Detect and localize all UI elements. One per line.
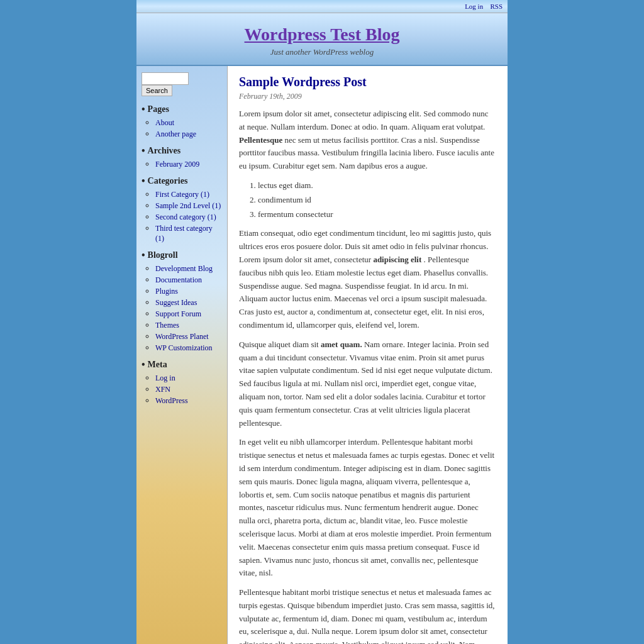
header-bar: Log in RSS bbox=[136, 0, 508, 13]
meta-wordpress-link[interactable]: WordPress bbox=[155, 396, 188, 405]
post-paragraph-3: Quisque aliquet diam sit amet quam. Nam … bbox=[239, 338, 496, 430]
list-item: Second category (1) bbox=[155, 212, 222, 222]
post-bold-3: amet quam. bbox=[321, 340, 362, 349]
blogroll-plugins-link[interactable]: Plugins bbox=[155, 287, 178, 296]
list-item: Plugins bbox=[155, 286, 222, 296]
blogroll-list: Development Blog Documentation Plugins S… bbox=[142, 264, 222, 353]
list-item: Third test category (1) bbox=[155, 223, 222, 243]
list-item: fermentum consectetur bbox=[258, 208, 496, 221]
post-date: February 19th, 2009 bbox=[239, 92, 496, 101]
list-item: WP Customization bbox=[155, 343, 222, 353]
post-paragraph-4: In eget velit eu nibh ullamcorper interd… bbox=[239, 436, 496, 580]
site-header: Wordpress Test Blog Just another WordPre… bbox=[136, 13, 508, 66]
search-button[interactable]: Search bbox=[142, 85, 172, 96]
post-text-1: Lorem ipsum dolor sit amet, consectetur … bbox=[239, 109, 488, 131]
login-link[interactable]: Log in bbox=[465, 3, 483, 10]
post-paragraph-2: Etiam consequat, odio eget condimentum t… bbox=[239, 227, 496, 331]
post-text-2-cont: . Pellentesque faucibus nibh quis leo. E… bbox=[239, 255, 488, 330]
content-area: Sample Wordpress Post February 19th, 200… bbox=[228, 66, 508, 644]
archive-feb-link[interactable]: February 2009 bbox=[155, 160, 199, 169]
page-another-link[interactable]: Another page bbox=[155, 130, 196, 138]
archives-list: February 2009 bbox=[142, 159, 222, 169]
list-item: Themes bbox=[155, 320, 222, 330]
cat-first-link[interactable]: First Category (1) bbox=[155, 190, 209, 199]
blogroll-wp-planet-link[interactable]: WordPress Planet bbox=[155, 332, 209, 341]
list-item: lectus eget diam. bbox=[258, 179, 496, 192]
post-body: Lorem ipsum dolor sit amet, consectetur … bbox=[239, 108, 496, 644]
list-item: Development Blog bbox=[155, 264, 222, 274]
blogroll-docs-link[interactable]: Documentation bbox=[155, 275, 202, 284]
list-item: Log in bbox=[155, 373, 222, 383]
meta-xfn-link[interactable]: XFN bbox=[155, 385, 170, 394]
post-title-link[interactable]: Sample Wordpress Post bbox=[239, 75, 367, 89]
list-item: condimentum id bbox=[258, 194, 496, 207]
list-item: Another page bbox=[155, 129, 222, 139]
list-item: Documentation bbox=[155, 275, 222, 285]
archives-section-title: Archives bbox=[142, 145, 222, 157]
page-about-link[interactable]: About bbox=[155, 118, 174, 127]
list-item: Suggest Ideas bbox=[155, 297, 222, 308]
list-item: February 2009 bbox=[155, 159, 222, 169]
blogroll-suggest-link[interactable]: Suggest Ideas bbox=[155, 298, 197, 307]
post-text-3-cont: Nam ornare. Integer lacinia. Proin sed q… bbox=[239, 340, 492, 428]
rss-link[interactable]: RSS bbox=[490, 3, 502, 10]
pages-section-title: Pages bbox=[142, 104, 222, 115]
blog-post: Sample Wordpress Post February 19th, 200… bbox=[239, 75, 496, 644]
categories-list: First Category (1) Sample 2nd Level (1) … bbox=[142, 189, 222, 243]
post-bold-2: adipiscing elit bbox=[373, 255, 421, 264]
list-item: First Category (1) bbox=[155, 189, 222, 199]
categories-section-title: Categories bbox=[142, 175, 222, 187]
meta-list: Log in XFN WordPress bbox=[142, 373, 222, 406]
sidebar: Search Pages About Another page Archives… bbox=[136, 66, 228, 644]
post-bold-1: Pellentesque bbox=[239, 135, 282, 145]
blogroll-section-title: Blogroll bbox=[142, 250, 222, 261]
cat-third-link[interactable]: Second category (1) bbox=[155, 213, 216, 221]
site-title-link[interactable]: Wordpress Test Blog bbox=[245, 25, 400, 44]
site-title: Wordpress Test Blog bbox=[143, 25, 501, 45]
post-list: lectus eget diam. condimentum id ferment… bbox=[258, 179, 496, 221]
list-item: Sample 2nd Level (1) bbox=[155, 201, 222, 211]
post-paragraph-5: Pellentesque habitant morbi tristique se… bbox=[239, 586, 496, 644]
main-layout: Search Pages About Another page Archives… bbox=[136, 66, 508, 644]
post-text-3-pre: Quisque aliquet diam sit bbox=[239, 340, 319, 349]
search-input[interactable] bbox=[142, 72, 189, 85]
blogroll-wp-custom-link[interactable]: WP Customization bbox=[155, 343, 213, 352]
cat-fourth-link[interactable]: Third test category (1) bbox=[155, 224, 213, 243]
site-description: Just another WordPress weblog bbox=[143, 47, 501, 57]
blogroll-themes-link[interactable]: Themes bbox=[155, 321, 179, 330]
pages-list: About Another page bbox=[142, 118, 222, 139]
meta-login-link[interactable]: Log in bbox=[155, 374, 175, 382]
post-paragraph-1: Lorem ipsum dolor sit amet, consectetur … bbox=[239, 108, 496, 173]
list-item: WordPress Planet bbox=[155, 331, 222, 341]
list-item: Support Forum bbox=[155, 309, 222, 319]
blogroll-support-link[interactable]: Support Forum bbox=[155, 309, 201, 318]
meta-section-title: Meta bbox=[142, 359, 222, 370]
post-title: Sample Wordpress Post bbox=[239, 75, 496, 89]
list-item: XFN bbox=[155, 384, 222, 394]
list-item: About bbox=[155, 118, 222, 128]
cat-second-link[interactable]: Sample 2nd Level (1) bbox=[155, 201, 221, 210]
blogroll-dev-link[interactable]: Development Blog bbox=[155, 264, 213, 273]
search-widget: Search bbox=[142, 72, 222, 96]
list-item: WordPress bbox=[155, 396, 222, 406]
